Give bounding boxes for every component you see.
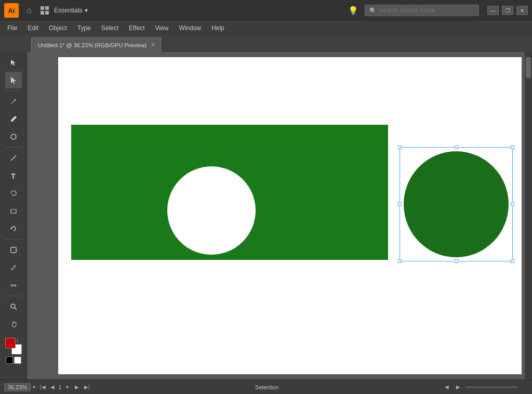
menu-type[interactable]: Type bbox=[72, 22, 96, 34]
rotate-tool[interactable] bbox=[5, 220, 22, 237]
color-white[interactable] bbox=[14, 357, 21, 364]
search-box[interactable]: 🔍 bbox=[365, 5, 479, 16]
svg-point-15 bbox=[11, 269, 12, 270]
select-tool[interactable] bbox=[5, 72, 22, 88]
color-black[interactable] bbox=[6, 357, 13, 364]
eyedropper-tool[interactable] bbox=[5, 259, 22, 276]
swap-colors[interactable]: ↕ bbox=[17, 338, 22, 343]
status-bar: 36.23% ▾ |◀ ◀ 1 ▾ ▶ ▶| Selection ◀ ▶ bbox=[0, 379, 532, 394]
close-button[interactable]: ✕ bbox=[516, 6, 528, 15]
foreground-color[interactable] bbox=[5, 338, 16, 348]
app-logo: Ai bbox=[4, 3, 19, 18]
svg-line-20 bbox=[15, 308, 17, 310]
svg-rect-0 bbox=[41, 6, 44, 10]
lightbulb-button[interactable]: 💡 bbox=[346, 3, 361, 18]
right-scrollbar[interactable] bbox=[525, 52, 532, 379]
svg-line-7 bbox=[11, 155, 16, 161]
nav-next-button[interactable]: ▶ bbox=[73, 383, 81, 391]
svg-point-19 bbox=[11, 304, 15, 308]
home-button[interactable]: ⌂ bbox=[23, 4, 35, 17]
nav-first-button[interactable]: |◀ bbox=[38, 383, 47, 391]
zoom-dropdown[interactable]: ▾ bbox=[33, 384, 35, 390]
svg-marker-5 bbox=[11, 77, 16, 84]
status-text: Selection bbox=[94, 384, 440, 390]
zoom-display: 36.23% ▾ bbox=[4, 383, 35, 391]
document-tab[interactable]: Untitled-1* @ 36.23% (RGB/GPU Preview) ✕ bbox=[31, 37, 161, 52]
status-slider-area bbox=[466, 386, 528, 388]
selected-circle-wrapper[interactable] bbox=[400, 147, 513, 261]
toolbar-divider-3 bbox=[5, 239, 22, 240]
toolbar-divider bbox=[5, 90, 22, 91]
menu-bar: File Edit Object Type Select Effect View… bbox=[0, 21, 532, 35]
svg-rect-1 bbox=[45, 6, 49, 10]
ellipse-tool[interactable] bbox=[5, 128, 22, 145]
color-indicator[interactable]: ↕ bbox=[5, 338, 22, 354]
menu-effect[interactable]: Effect bbox=[124, 22, 150, 34]
toolbar-divider-4 bbox=[5, 296, 22, 296]
selection-handle-bottom-right[interactable] bbox=[511, 259, 514, 263]
lasso-tool[interactable] bbox=[5, 185, 22, 202]
menu-object[interactable]: Object bbox=[44, 22, 72, 34]
tab-label: Untitled-1* @ 36.23% (RGB/GPU Preview) bbox=[38, 42, 147, 48]
canvas-area[interactable] bbox=[27, 52, 532, 379]
selection-handle-bottom-middle[interactable] bbox=[455, 259, 458, 263]
flag-rectangle bbox=[71, 125, 388, 260]
menu-edit[interactable]: Edit bbox=[22, 22, 44, 34]
pencil-tool[interactable] bbox=[5, 111, 22, 127]
main-area: T ↕ bbox=[0, 52, 532, 379]
line-tool[interactable] bbox=[5, 150, 22, 166]
scroll-thumb[interactable] bbox=[526, 57, 531, 78]
nav-last-button[interactable]: ▶| bbox=[83, 383, 91, 391]
selection-handle-middle-left[interactable] bbox=[398, 203, 402, 206]
svg-rect-8 bbox=[11, 209, 16, 213]
page-navigation: |◀ ◀ 1 ▾ ▶ ▶| bbox=[38, 383, 91, 391]
svg-point-17 bbox=[14, 284, 16, 287]
selection-handle-top-right[interactable] bbox=[511, 146, 514, 149]
pen-tool[interactable] bbox=[5, 93, 22, 110]
minimize-button[interactable]: — bbox=[487, 6, 499, 15]
page-dropdown-arrow[interactable]: ▾ bbox=[63, 383, 71, 391]
workspace-switcher[interactable]: Essentials ▾ bbox=[54, 7, 88, 14]
hand-tool[interactable] bbox=[5, 316, 22, 333]
menu-help[interactable]: Help bbox=[206, 22, 230, 34]
svg-rect-10 bbox=[11, 247, 16, 253]
menu-select[interactable]: Select bbox=[96, 22, 124, 34]
workspace-icon bbox=[39, 5, 50, 16]
zoom-tool[interactable] bbox=[5, 298, 22, 315]
eraser-tool[interactable] bbox=[5, 203, 22, 219]
window-controls: — ❐ ✕ bbox=[487, 6, 528, 15]
status-right-arrow[interactable]: ▶ bbox=[454, 383, 462, 391]
svg-rect-3 bbox=[45, 11, 49, 15]
nav-prev-button[interactable]: ◀ bbox=[48, 383, 57, 391]
selection-handle-middle-right[interactable] bbox=[511, 203, 514, 206]
tab-close-button[interactable]: ✕ bbox=[151, 42, 155, 48]
type-tool[interactable]: T bbox=[5, 167, 22, 184]
search-input[interactable] bbox=[379, 7, 472, 14]
flag-circle bbox=[167, 166, 256, 255]
selection-handle-top-middle[interactable] bbox=[455, 146, 458, 149]
svg-rect-2 bbox=[41, 11, 44, 15]
selection-handle-bottom-left[interactable] bbox=[398, 259, 402, 263]
artboard-tool[interactable] bbox=[5, 242, 22, 258]
svg-marker-4 bbox=[11, 60, 16, 65]
workspace-label: Essentials bbox=[54, 7, 83, 14]
status-left-arrow[interactable]: ◀ bbox=[443, 383, 451, 391]
title-bar: Ai ⌂ Essentials ▾ 💡 🔍 — ❐ ✕ bbox=[0, 0, 532, 21]
restore-button[interactable]: ❐ bbox=[502, 6, 513, 15]
zoom-value[interactable]: 36.23% bbox=[4, 383, 31, 391]
arrow-tool[interactable] bbox=[5, 54, 22, 71]
toolbar-divider-2 bbox=[5, 147, 22, 148]
selected-circle bbox=[404, 151, 509, 257]
tab-bar: Untitled-1* @ 36.23% (RGB/GPU Preview) ✕ bbox=[0, 35, 532, 52]
blend-tool[interactable] bbox=[5, 277, 22, 294]
menu-view[interactable]: View bbox=[150, 22, 174, 34]
left-toolbar: T ↕ bbox=[0, 52, 27, 379]
menu-file[interactable]: File bbox=[2, 22, 22, 34]
svg-point-6 bbox=[11, 134, 16, 139]
svg-marker-9 bbox=[10, 228, 12, 229]
status-slider[interactable] bbox=[466, 386, 517, 388]
selection-handle-top-left[interactable] bbox=[398, 146, 402, 149]
workspace-arrow: ▾ bbox=[85, 7, 88, 14]
canvas bbox=[58, 57, 522, 374]
menu-window[interactable]: Window bbox=[174, 22, 206, 34]
